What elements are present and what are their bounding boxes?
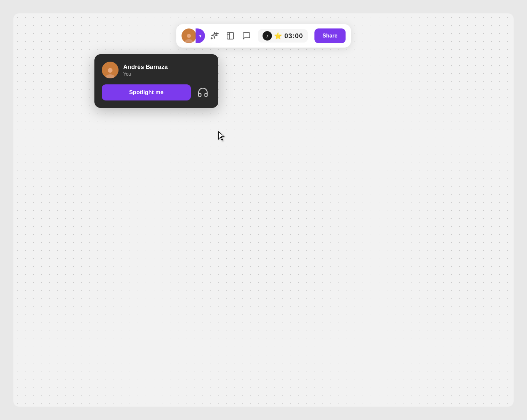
dropdown-pill[interactable]: ▾	[196, 28, 205, 43]
layout-button[interactable]	[224, 29, 237, 43]
svg-rect-1	[227, 32, 234, 39]
main-area: ▾ ♪	[13, 13, 514, 407]
timer-area: ♪ ⭐ 03:00	[258, 29, 308, 43]
music-icon: ♪	[262, 31, 272, 41]
chevron-down-icon: ▾	[199, 33, 202, 39]
toolbar: ▾ ♪	[176, 24, 351, 48]
sparkle-button[interactable]	[208, 29, 221, 43]
sparkle-icon	[210, 31, 219, 40]
star-icon: ⭐	[274, 32, 282, 40]
svg-point-0	[187, 34, 191, 38]
popup-user-row: Andrés Barraza You	[102, 62, 211, 78]
chat-icon	[242, 31, 251, 40]
layout-icon	[226, 31, 235, 40]
timer-display: 03:00	[284, 32, 303, 40]
avatar	[181, 28, 196, 43]
popup-user-sub: You	[123, 71, 168, 77]
svg-point-4	[108, 68, 112, 73]
user-popup: Andrés Barraza You Spotlight me	[94, 54, 218, 108]
chat-button[interactable]	[240, 29, 253, 43]
popup-user-info: Andrés Barraza You	[123, 64, 168, 77]
avatar-dropdown-group[interactable]: ▾	[181, 28, 205, 43]
popup-user-name: Andrés Barraza	[123, 64, 168, 71]
mouse-cursor	[218, 131, 227, 144]
popup-actions: Spotlight me	[102, 84, 211, 100]
headphones-icon	[197, 87, 209, 98]
share-button[interactable]: Share	[314, 28, 345, 43]
headphones-button[interactable]	[195, 84, 211, 100]
popup-avatar	[102, 62, 119, 78]
spotlight-button[interactable]: Spotlight me	[102, 84, 191, 100]
